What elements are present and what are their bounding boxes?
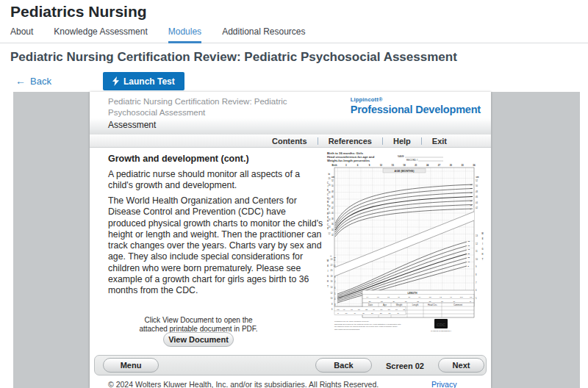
launch-test-button[interactable]: Launch Test (103, 72, 184, 90)
svg-text:13: 13 (329, 226, 331, 229)
table-header-length: Length (412, 303, 419, 306)
chart-cm-unit-right: cm (476, 176, 480, 179)
svg-text:6: 6 (357, 164, 359, 167)
svg-text:50: 50 (476, 184, 478, 187)
module-title: Pediatric Nursing Certification Review: … (10, 50, 457, 65)
svg-text:20: 20 (331, 269, 333, 272)
menu-button[interactable]: Menu (103, 358, 159, 373)
svg-text:14: 14 (329, 218, 331, 221)
back-button[interactable]: Back (315, 358, 372, 373)
svg-text:12: 12 (331, 292, 333, 295)
svg-text:27: 27 (438, 164, 441, 167)
chart-age-axis-label: AGE (MONTHS) (395, 170, 415, 173)
svg-text:M: M (327, 201, 329, 204)
svg-text:E: E (482, 237, 484, 240)
svg-text:W: W (481, 232, 484, 235)
back-arrow-icon: ← (15, 75, 26, 87)
growth-chart-svg: Birth to 36 months: Girls Head circumfer… (326, 150, 485, 335)
svg-text:12: 12 (329, 232, 331, 235)
nav-item-additional-resources[interactable]: Additional Resources (222, 24, 305, 43)
svg-text:6: 6 (331, 308, 333, 311)
head-in-axis: 201918171615141312 (329, 177, 331, 235)
svg-text:24: 24 (331, 258, 333, 261)
player-navbar: Menu Back Screen 02 Next (94, 355, 487, 376)
svg-text:48: 48 (476, 190, 478, 193)
svg-text:W: W (327, 259, 329, 262)
svg-text:3: 3 (345, 164, 347, 167)
menubar-divider (382, 137, 383, 145)
view-document-note-line1: Click View Document to open the (118, 316, 279, 325)
svg-text:H: H (482, 253, 484, 256)
svg-text:44: 44 (476, 201, 478, 204)
next-button[interactable]: Next (438, 358, 484, 373)
length-cm-unit: cm (470, 296, 472, 298)
cdc-logo-text: CDC (437, 323, 445, 327)
svg-text:I: I (482, 242, 483, 245)
privacy-statement-link[interactable]: Privacy Statement (431, 380, 491, 388)
svg-text:15: 15 (391, 164, 394, 167)
menubar-help[interactable]: Help (392, 137, 412, 146)
svg-text:36: 36 (473, 164, 476, 167)
svg-text:C: C (327, 223, 329, 226)
svg-text:46: 46 (331, 195, 334, 198)
nav-item-about[interactable]: About (10, 24, 33, 43)
svg-text:H: H (327, 280, 329, 283)
svg-text:C: C (327, 182, 329, 184)
cdc-tagline: SAFER•HEALTHIER•PEOPLE™ (431, 330, 451, 331)
svg-text:8: 8 (476, 273, 477, 276)
weight-axis-word-left: WEIGHT (327, 259, 329, 288)
course-player: Pediatric Nursing Certification Review: … (90, 92, 491, 388)
view-document-button[interactable]: View Document (163, 332, 234, 347)
svg-text:16: 16 (329, 205, 331, 208)
svg-text:9: 9 (476, 265, 477, 268)
nav-item-modules[interactable]: Modules (168, 24, 201, 43)
chart-length-label: LENGTH (407, 292, 417, 295)
svg-text:100: 100 (460, 296, 464, 298)
professional-development-wordmark: Professional Development (351, 104, 481, 115)
head-cm-axis: 5250484644424038363432 (331, 179, 334, 237)
svg-text:7: 7 (476, 281, 477, 284)
screen-number-label: Screen 02 (383, 362, 427, 370)
svg-text:52: 52 (331, 179, 334, 182)
nav-item-knowledge-assessment[interactable]: Knowledge Assessment (54, 24, 147, 43)
svg-text:30: 30 (450, 164, 453, 167)
chart-record-label: RECORD # (406, 159, 418, 162)
menubar-references[interactable]: References (327, 137, 373, 146)
growth-chart-image: Birth to 36 months: Girls Head circumfer… (326, 150, 485, 335)
svg-text:52: 52 (476, 179, 478, 182)
bottom-cm-ticks: 464850525456586062 (343, 309, 406, 311)
svg-text:5: 5 (476, 297, 477, 300)
svg-text:20: 20 (329, 177, 331, 180)
svg-text:13: 13 (476, 234, 478, 237)
menubar-exit[interactable]: Exit (431, 137, 448, 146)
table-header-comment: Comment (453, 303, 462, 306)
chart-age-ticks: Birth369121518212427303336 (332, 164, 476, 167)
bottom-cm-unit: cm (337, 309, 339, 311)
svg-text:24: 24 (426, 164, 429, 167)
svg-text:10: 10 (331, 297, 333, 300)
svg-text:18: 18 (403, 164, 406, 167)
player-course-title: Pediatric Nursing Certification Review: … (108, 96, 310, 118)
svg-text:18: 18 (331, 275, 333, 278)
table-header-head-circ: Head Circ. (428, 303, 437, 306)
lippincott-wordmark: Lippincott® (351, 96, 481, 103)
svg-text:38: 38 (331, 218, 334, 220)
right-cm-axis: 525048464442 (476, 179, 478, 209)
player-menubar: Contents References Help Exit (90, 134, 491, 148)
svg-text:Birth: Birth (332, 164, 337, 167)
svg-text:42: 42 (476, 206, 478, 209)
menubar-contents[interactable]: Contents (270, 137, 309, 146)
svg-text:42: 42 (331, 206, 334, 209)
svg-text:14: 14 (331, 286, 333, 289)
back-link[interactable]: ← Back (15, 75, 51, 87)
weight-lb-axis: 242220181614121086 (331, 258, 333, 311)
player-course-subtitle: Assessment (108, 120, 156, 130)
svg-text:E: E (327, 227, 329, 230)
player-stage-background: Pediatric Nursing Certification Review: … (13, 92, 580, 388)
lesson-heading: Growth and development (cont.) (108, 154, 249, 164)
svg-text:19: 19 (329, 184, 331, 187)
svg-text:17: 17 (329, 198, 331, 201)
svg-text:T: T (482, 258, 484, 261)
svg-text:32: 32 (331, 234, 334, 237)
lesson-paragraph: The World Health Organization and Center… (108, 195, 326, 297)
